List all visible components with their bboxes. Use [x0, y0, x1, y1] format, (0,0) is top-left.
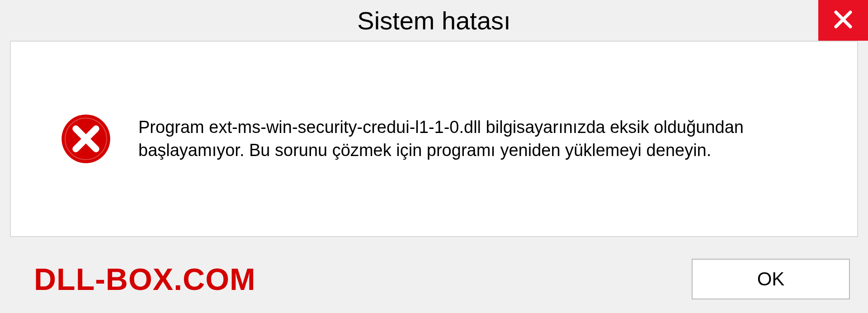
dialog-footer: DLL-BOX.COM OK [0, 245, 868, 313]
ok-button[interactable]: OK [692, 259, 850, 299]
close-icon [832, 9, 854, 32]
watermark-text: DLL-BOX.COM [34, 261, 256, 297]
error-icon [61, 114, 111, 164]
dialog-titlebar: Sistem hatası [0, 0, 868, 41]
close-button[interactable] [818, 0, 868, 41]
dialog-message: Program ext-ms-win-security-credui-l1-1-… [138, 116, 839, 162]
dialog-title: Sistem hatası [357, 6, 510, 35]
dialog-content: Program ext-ms-win-security-credui-l1-1-… [10, 41, 858, 237]
